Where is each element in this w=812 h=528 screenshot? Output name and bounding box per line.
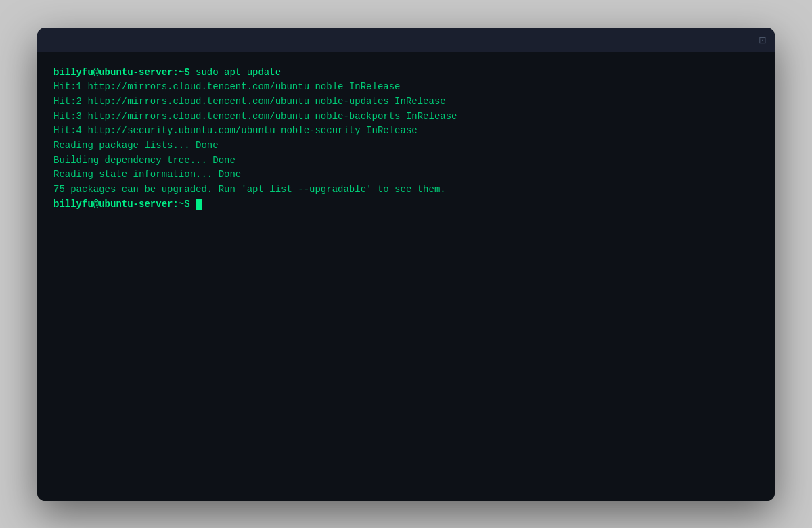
output-line-4: Hit:4 http://security.ubuntu.com/ubuntu …	[53, 124, 759, 139]
title-bar: ⊡	[37, 28, 775, 52]
cursor	[196, 199, 202, 210]
output-line-7: Reading state information... Done	[53, 168, 759, 183]
window-controls-icon[interactable]: ⊡	[759, 34, 767, 45]
terminal-body[interactable]: billyfu@ubuntu-server:~$ sudo apt update…	[37, 52, 775, 501]
prompt1: billyfu@ubuntu-server:~$	[53, 67, 196, 78]
output-line-6: Building dependency tree... Done	[53, 153, 759, 168]
prompt2: billyfu@ubuntu-server:~$	[53, 199, 196, 210]
output-line-1: Hit:1 http://mirrors.cloud.tencent.com/u…	[53, 80, 759, 95]
command-line: billyfu@ubuntu-server:~$ sudo apt update	[53, 66, 759, 80]
terminal-window: ⊡ billyfu@ubuntu-server:~$ sudo apt upda…	[37, 28, 775, 501]
output-line-5: Reading package lists... Done	[53, 139, 759, 153]
command-text: sudo apt update	[196, 67, 281, 78]
output-line-8: 75 packages can be upgraded. Run 'apt li…	[53, 183, 759, 197]
output-line-3: Hit:3 http://mirrors.cloud.tencent.com/u…	[53, 110, 759, 124]
prompt-line-2: billyfu@ubuntu-server:~$	[53, 197, 759, 212]
output-line-2: Hit:2 http://mirrors.cloud.tencent.com/u…	[53, 95, 759, 110]
